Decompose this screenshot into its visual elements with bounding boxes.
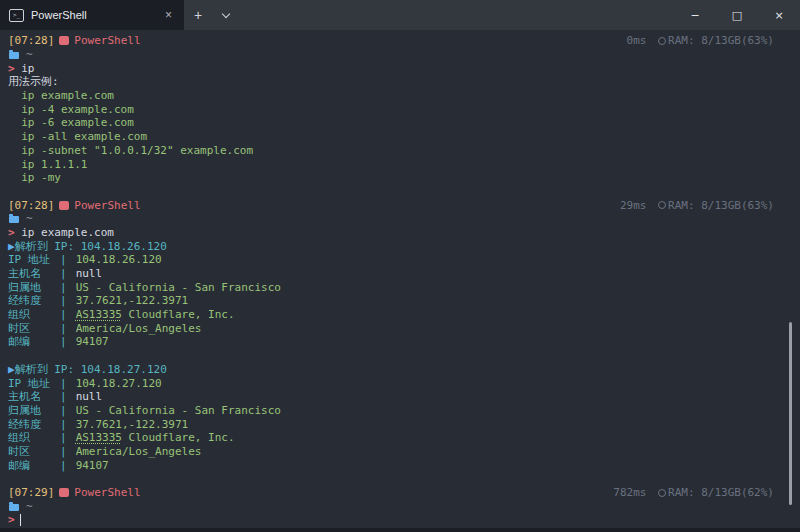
kv-line: IP 地址|104.18.26.120 — [8, 253, 774, 267]
kv-line: 时区|America/Los_Angeles — [8, 445, 774, 459]
kv-line: 组织|AS13335 Cloudflare, Inc. — [8, 431, 774, 445]
kv-value: AS13335 Cloudflare, Inc. — [76, 431, 235, 444]
arrow-icon: ▶ — [8, 363, 15, 376]
shell-name: PowerShell — [74, 34, 140, 47]
ram-icon — [658, 201, 666, 209]
status-info: 0ms RAM: 8/13GB(63%) — [627, 34, 774, 47]
tab-title: PowerShell — [31, 9, 87, 21]
tab-powershell[interactable]: >_ PowerShell × — [0, 0, 184, 30]
kv-line: 归属地|US - California - San Francisco — [8, 280, 774, 294]
prompt-header-line: [07:28]PowerShell0ms RAM: 8/13GB(63%) — [8, 34, 774, 48]
prompt-timestamp: [07:28] — [8, 199, 54, 212]
kv-value: America/Los_Angeles — [76, 322, 202, 335]
ram-usage: RAM: 8/13GB(63%) — [668, 34, 774, 47]
prompt-timestamp: [07:28] — [8, 34, 54, 47]
kv-value: US - California - San Francisco — [76, 404, 281, 417]
kv-separator: | — [60, 253, 67, 266]
cwd-line: ~ — [8, 212, 774, 226]
prompt-char: > — [8, 62, 21, 75]
kv-value: 94107 — [76, 335, 109, 348]
titlebar: >_ PowerShell × + − □ × — [0, 0, 800, 30]
kv-value-part: Cloudflare, Inc. — [122, 431, 235, 444]
prompt-char: > — [8, 513, 15, 526]
kv-value: 104.18.27.120 — [76, 377, 162, 390]
shell-name: PowerShell — [74, 199, 140, 212]
terminal-line — [8, 472, 774, 486]
kv-line: 组织|AS13335 Cloudflare, Inc. — [8, 308, 774, 322]
ram-usage: RAM: 8/13GB(63%) — [668, 199, 774, 212]
window-controls: − □ × — [674, 0, 800, 30]
output-text: ip -all example.com — [8, 130, 147, 143]
kv-line: 时区|America/Los_Angeles — [8, 321, 774, 335]
kv-value: AS13335 Cloudflare, Inc. — [76, 308, 235, 321]
folder-icon — [9, 52, 19, 59]
command-line: > ip — [8, 61, 774, 75]
kv-line: 邮编|94107 — [8, 335, 774, 349]
kv-separator: | — [60, 267, 67, 280]
kv-separator: | — [60, 294, 67, 307]
minimize-button[interactable]: − — [674, 0, 716, 30]
close-button[interactable]: × — [758, 0, 800, 30]
kv-value-part: AS13335 — [76, 431, 122, 444]
kv-value: 94107 — [76, 459, 109, 472]
kv-separator: | — [60, 308, 67, 321]
output-text: ip -6 example.com — [8, 116, 134, 129]
folder-icon — [9, 504, 19, 511]
command-line: > ip example.com — [8, 226, 774, 240]
terminal-output[interactable]: [07:28]PowerShell0ms RAM: 8/13GB(63%)~> … — [0, 30, 800, 527]
kv-separator: | — [60, 390, 67, 403]
command-text: ip — [21, 62, 34, 75]
kv-line: 经纬度|37.7621,-122.3971 — [8, 417, 774, 431]
output-line: ip -all example.com — [8, 130, 774, 144]
command-text: ip example.com — [21, 226, 114, 239]
output-text: ip -subnet "1.0.0.1/32" example.com — [8, 144, 253, 157]
input-line[interactable]: > — [8, 513, 774, 527]
powershell-icon: >_ — [9, 9, 24, 22]
resolve-line: ▶解析到 IP: 104.18.27.120 — [8, 363, 774, 377]
kv-separator: | — [60, 459, 67, 472]
tab-close-icon[interactable]: × — [162, 7, 175, 23]
prompt-header-line: [07:29]PowerShell782ms RAM: 8/13GB(62%) — [8, 486, 774, 500]
cwd-path: ~ — [26, 48, 33, 61]
kv-value-part: Cloudflare, Inc. — [122, 308, 235, 321]
prompt-header-left: [07:29]PowerShell — [8, 486, 141, 499]
prompt-char: > — [8, 226, 21, 239]
kv-separator: | — [60, 404, 67, 417]
prompt-header-left: [07:28]PowerShell — [8, 34, 141, 47]
kv-line: IP 地址|104.18.27.120 — [8, 376, 774, 390]
ram-icon — [658, 489, 666, 497]
powershell-icon — [59, 36, 69, 45]
kv-line: 主机名|null — [8, 267, 774, 281]
prompt-header-line: [07:28]PowerShell29ms RAM: 8/13GB(63%) — [8, 198, 774, 212]
kv-separator: | — [60, 335, 67, 348]
kv-separator: | — [60, 377, 67, 390]
maximize-button[interactable]: □ — [716, 0, 758, 30]
kv-line: 主机名|null — [8, 390, 774, 404]
command-duration: 29ms — [620, 199, 653, 212]
kv-value: US - California - San Francisco — [76, 281, 281, 294]
kv-label: 邮编 — [8, 458, 60, 473]
scrollbar-thumb[interactable] — [789, 322, 792, 505]
tab-dropdown-button[interactable] — [212, 0, 240, 30]
kv-line: 邮编|94107 — [8, 458, 774, 472]
prompt-timestamp: [07:29] — [8, 486, 54, 499]
cwd-path: ~ — [26, 500, 33, 513]
kv-separator: | — [60, 431, 67, 444]
arrow-icon: ▶ — [8, 240, 15, 253]
output-line: ip -4 example.com — [8, 102, 774, 116]
kv-line: 归属地|US - California - San Francisco — [8, 404, 774, 418]
output-text: 用法示例: — [8, 74, 59, 89]
command-duration: 0ms — [627, 34, 654, 47]
kv-value: 104.18.26.120 — [76, 253, 162, 266]
ram-icon — [658, 37, 666, 45]
window-border — [0, 528, 800, 532]
kv-value: America/Los_Angeles — [76, 445, 202, 458]
powershell-icon — [59, 488, 69, 497]
kv-value: 37.7621,-122.3971 — [76, 294, 189, 307]
output-text: ip -my — [8, 171, 61, 184]
new-tab-button[interactable]: + — [184, 0, 212, 30]
prompt-header-left: [07:28]PowerShell — [8, 199, 141, 212]
status-info: 782ms RAM: 8/13GB(62%) — [613, 486, 774, 499]
cwd-line: ~ — [8, 48, 774, 62]
kv-value: null — [76, 267, 103, 280]
